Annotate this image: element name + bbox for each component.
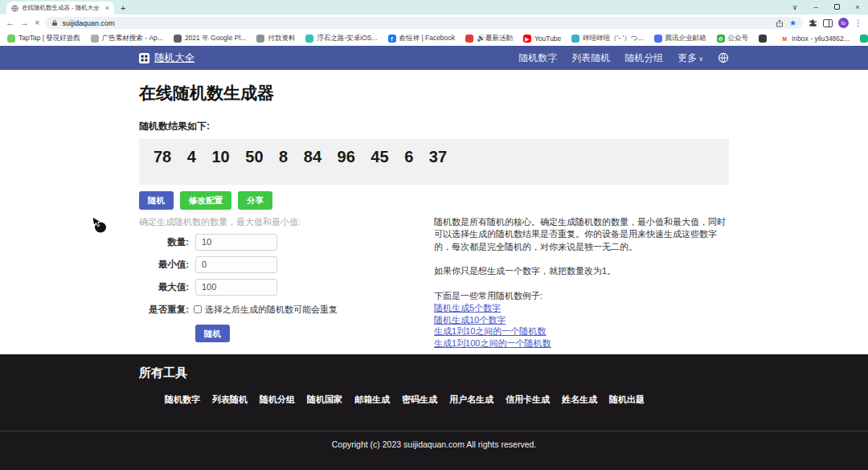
bookmark-favicon: f (388, 35, 396, 43)
bookmark-item[interactable]: M Inbox - yilu34862... (780, 35, 850, 43)
window-restore-button[interactable] (826, 4, 847, 11)
brand-grid-icon (139, 53, 149, 63)
bookmark-item[interactable]: 广告素材搜索 - Ap... (91, 34, 163, 43)
nav-more-dropdown[interactable]: 更多∨ (678, 51, 703, 65)
browser-menu-icon[interactable]: ⋮ (854, 18, 862, 27)
browser-tab[interactable]: 在线随机数生成器 - 随机大全 × (6, 2, 114, 14)
generate-button[interactable]: 随机 (195, 325, 230, 343)
bookmark-label: YouTube (534, 35, 561, 43)
nav-links: 随机数字 列表随机 随机分组 (518, 51, 663, 65)
tab-title: 在线随机数生成器 - 随机大全 (22, 4, 102, 12)
bookmark-label: 广告素材搜索 - Ap... (102, 34, 163, 43)
browser-tab-strip: 在线随机数生成器 - 随机大全 × + ∨ – × (0, 0, 868, 14)
chevron-down-icon: ∨ (698, 55, 703, 63)
bookmark-favicon (91, 35, 99, 43)
footer-link[interactable]: 密码生成 (402, 394, 437, 406)
footer-link[interactable]: 随机分组 (260, 394, 295, 406)
bookmark-item[interactable]: 咩噎咩噎（'- '）つ... (571, 34, 643, 43)
bookmark-star-icon[interactable]: ★ (789, 19, 796, 27)
page-title: 在线随机数生成器 (139, 70, 729, 104)
window-minimize-button[interactable]: – (805, 4, 826, 11)
example-link[interactable]: 随机生成5个数字 (434, 302, 729, 314)
results-box: 78 4 10 50 8 84 96 45 6 37 (139, 139, 729, 185)
bookmark-item[interactable]: 2021 年 Google Pl... (174, 34, 247, 43)
footer-link[interactable]: 随机出题 (609, 394, 645, 406)
field-label: 数量: (139, 236, 189, 248)
footer-divider (0, 431, 868, 431)
bookmark-item[interactable]: f 俞恒祥 | Facebook (388, 34, 456, 43)
field-input[interactable] (195, 256, 277, 273)
site-footer: 所有工具 随机数字 列表随机 随机分组 随机国家 邮箱生成 密码生成 用户名生成… (0, 354, 868, 470)
language-globe-icon[interactable] (718, 52, 729, 63)
bookmark-item[interactable]: ▶ YouTube (523, 35, 561, 43)
share-button[interactable]: 分享 (238, 191, 272, 210)
bookmark-item[interactable]: 腾讯企业邮箱 (654, 34, 706, 43)
bookmark-item[interactable]: 巴啦姆特電商服務... (860, 34, 868, 43)
bookmark-item[interactable]: 🔊最新活動 (465, 34, 513, 43)
bookmark-favicon: ♻ (717, 35, 725, 43)
bookmark-item[interactable]: ♻ 公众号 (717, 34, 749, 43)
nav-link[interactable]: 随机数字 (518, 51, 557, 65)
field-label: 最大值: (139, 281, 189, 293)
forward-button[interactable]: → (20, 18, 29, 27)
results-label: 随机数结果如下: (139, 120, 729, 133)
form-field-row: 最小值: (139, 256, 434, 273)
footer-link[interactable]: 姓名生成 (562, 394, 597, 406)
profile-avatar[interactable]: lu (838, 18, 849, 28)
side-panel-icon[interactable] (823, 19, 833, 27)
bookmark-favicon (256, 35, 264, 43)
bookmark-label: 浮石之路-安卓iOS... (317, 34, 377, 43)
bookmark-item[interactable]: 浮石之路-安卓iOS... (305, 34, 377, 43)
field-input[interactable] (195, 234, 277, 251)
repeat-checkbox[interactable] (194, 305, 202, 313)
stop-loading-button[interactable]: × (35, 18, 39, 27)
bookmark-item[interactable] (759, 35, 770, 43)
tab-close-icon[interactable]: × (105, 5, 109, 12)
random-button[interactable]: 随机 (139, 191, 174, 210)
nav-link[interactable]: 随机分组 (624, 51, 663, 65)
lock-icon[interactable] (51, 19, 58, 27)
extensions-puzzle-icon[interactable] (809, 18, 817, 27)
modify-config-button[interactable]: 修改配置 (180, 191, 231, 210)
footer-link[interactable]: 随机数字 (165, 394, 200, 406)
window-close-button[interactable]: × (847, 4, 868, 11)
example-link[interactable]: 生成1到100之间的一个随机数 (434, 337, 729, 349)
bookmark-favicon (465, 35, 473, 43)
example-links: 随机生成5个数字 随机生成10个数字 生成1到10之间的一个随机数 生成1到10… (434, 302, 729, 349)
bookmark-label: 咩噎咩噎（'- '）つ... (583, 34, 643, 43)
example-link[interactable]: 生成1到10之间的一个随机数 (434, 325, 729, 337)
back-button[interactable]: ← (6, 18, 14, 27)
window-controls: ∨ – × (784, 0, 868, 14)
bookmark-item[interactable]: TapTap | 發現好遊戲 (7, 34, 80, 43)
nav-link[interactable]: 列表随机 (571, 51, 610, 65)
bookmark-label: 公众号 (728, 34, 749, 43)
example-link[interactable]: 随机生成10个数字 (434, 314, 729, 326)
footer-heading: 所有工具 (139, 366, 729, 381)
bookmark-favicon: M (780, 35, 788, 43)
footer-link[interactable]: 信用卡生成 (506, 394, 550, 406)
bookmarks-bar: TapTap | 發現好遊戲 广告素材搜索 - Ap... 2021 年 Goo… (0, 31, 868, 46)
config-form: 确定生成随机数的数量，最大值和最小值: 数量: 最小值: 最大值: 是否重复: … (139, 216, 434, 349)
field-input[interactable] (195, 279, 277, 296)
brand-link[interactable]: 随机大全 (139, 51, 194, 65)
footer-link[interactable]: 随机国家 (307, 394, 342, 406)
restore-icon (834, 4, 840, 10)
share-icon[interactable] (776, 19, 784, 27)
bookmark-item[interactable]: 付款资料 (256, 34, 295, 43)
site-navbar: 随机大全 随机数字 列表随机 随机分组 更多∨ (0, 46, 868, 70)
bookmark-favicon (860, 35, 868, 43)
tab-search-chevron-icon[interactable]: ∨ (784, 4, 805, 11)
form-hint: 确定生成随机数的数量，最大值和最小值: (139, 216, 434, 228)
repeat-hint: 选择之后生成的随机数可能会重复 (205, 304, 338, 316)
bookmark-favicon (305, 35, 313, 43)
footer-link[interactable]: 列表随机 (212, 394, 248, 406)
new-tab-button[interactable]: + (121, 4, 125, 13)
bookmark-label: 腾讯企业邮箱 (665, 34, 706, 43)
form-field-row: 最大值: (139, 279, 434, 296)
address-bar[interactable]: suijidaquan.com ★ (45, 17, 803, 29)
bookmark-label: 俞恒祥 | Facebook (399, 34, 456, 43)
browser-toolbar: ← → × suijidaquan.com ★ lu ⋮ (0, 14, 868, 31)
footer-link[interactable]: 邮箱生成 (354, 394, 390, 406)
footer-link[interactable]: 用户名生成 (449, 394, 493, 406)
bookmark-label: 2021 年 Google Pl... (185, 34, 247, 43)
